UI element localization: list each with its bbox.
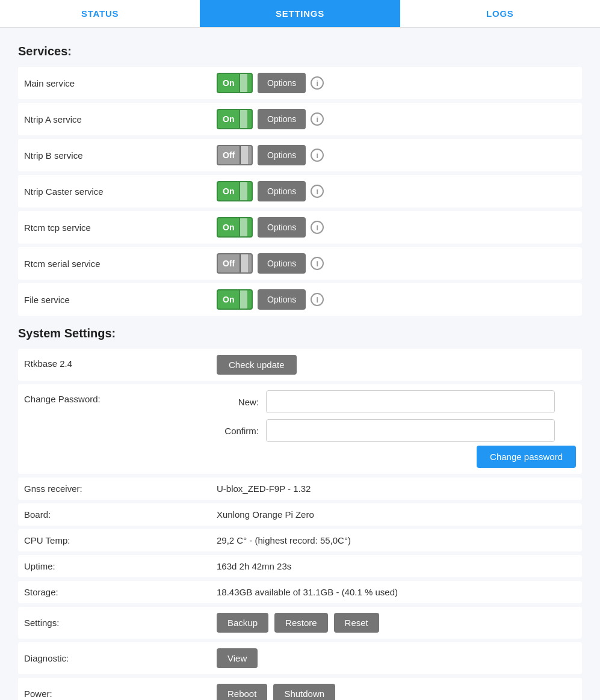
toggle-ntrip-caster-service[interactable]: On	[217, 181, 253, 201]
gnss-label: Gnss receiver:	[24, 484, 217, 494]
check-update-button[interactable]: Check update	[217, 355, 297, 375]
service-name-rtcm-serial-service: Rtcm serial service	[24, 259, 217, 269]
service-row-file-service: File service On Options i	[18, 283, 582, 316]
confirm-password-input[interactable]	[266, 419, 555, 442]
diagnostic-label: Diagnostic:	[24, 653, 217, 663]
main-content: Services: Main service On Options i Ntri…	[0, 28, 600, 700]
diagnostic-controls: View	[217, 648, 258, 668]
power-buttons: Reboot Shutdown	[217, 684, 335, 700]
options-btn-ntrip-caster-service[interactable]: Options	[258, 181, 306, 201]
settings-row: Settings: Backup Restore Reset	[18, 607, 582, 639]
tab-status[interactable]: STATUS	[0, 0, 200, 27]
toggle-label-file-service: On	[218, 295, 239, 304]
change-password-btn-row: Change password	[217, 446, 576, 468]
service-name-ntrip-caster-service: Ntrip Caster service	[24, 186, 217, 197]
tab-settings[interactable]: SETTINGS	[200, 0, 400, 27]
service-row-main-service: Main service On Options i	[18, 67, 582, 99]
service-controls-ntrip-caster-service: On Options i	[217, 181, 324, 201]
service-name-file-service: File service	[24, 295, 217, 305]
toggle-ntrip-b-service[interactable]: Off	[217, 145, 253, 165]
uptime-label: Uptime:	[24, 561, 217, 571]
restore-button[interactable]: Restore	[274, 613, 328, 633]
toggle-knob-rtcm-serial-service	[240, 253, 248, 274]
info-icon-rtcm-serial-service: i	[311, 257, 324, 270]
confirm-password-row: Confirm:	[217, 419, 576, 442]
service-controls-main-service: On Options i	[217, 73, 324, 93]
reboot-button[interactable]: Reboot	[217, 684, 267, 700]
change-password-button[interactable]: Change password	[477, 446, 576, 468]
settings-buttons: Backup Restore Reset	[217, 613, 379, 633]
toggle-knob-file-service	[239, 289, 247, 310]
cpu-value: 29,2 C° - (highest record: 55,0C°)	[217, 535, 351, 545]
rtkbase-controls: Check update	[217, 355, 576, 375]
password-group: New: Confirm:	[217, 390, 576, 442]
service-controls-file-service: On Options i	[217, 289, 324, 310]
cpu-row: CPU Temp: 29,2 C° - (highest record: 55,…	[18, 529, 582, 551]
info-icon-rtcm-tcp-service: i	[311, 221, 324, 234]
board-label: Board:	[24, 509, 217, 520]
shutdown-button[interactable]: Shutdown	[273, 684, 335, 700]
service-row-ntrip-a-service: Ntrip A service On Options i	[18, 103, 582, 135]
toggle-label-ntrip-b-service: Off	[218, 150, 240, 160]
cpu-label: CPU Temp:	[24, 535, 217, 545]
service-row-rtcm-tcp-service: Rtcm tcp service On Options i	[18, 211, 582, 244]
view-button[interactable]: View	[217, 648, 258, 668]
power-row: Power: Reboot Shutdown	[18, 678, 582, 700]
toggle-label-main-service: On	[218, 78, 239, 88]
storage-label: Storage:	[24, 587, 217, 597]
service-row-ntrip-caster-service: Ntrip Caster service On Options i	[18, 175, 582, 207]
info-icon-ntrip-caster-service: i	[311, 185, 324, 198]
service-controls-rtcm-tcp-service: On Options i	[217, 217, 324, 238]
reset-button[interactable]: Reset	[334, 613, 379, 633]
service-name-ntrip-b-service: Ntrip B service	[24, 150, 217, 161]
system-settings-title: System Settings:	[18, 327, 582, 340]
service-name-main-service: Main service	[24, 78, 217, 88]
info-icon-file-service: i	[311, 293, 324, 306]
toggle-knob-main-service	[239, 73, 247, 93]
options-btn-file-service[interactable]: Options	[258, 289, 306, 310]
toggle-rtcm-tcp-service[interactable]: On	[217, 217, 253, 238]
service-name-rtcm-tcp-service: Rtcm tcp service	[24, 223, 217, 233]
new-label: New:	[217, 397, 259, 407]
toggle-file-service[interactable]: On	[217, 289, 253, 310]
info-icon-ntrip-a-service: i	[311, 112, 324, 126]
board-value: Xunlong Orange Pi Zero	[217, 509, 314, 520]
gnss-row: Gnss receiver: U-blox_ZED-F9P - 1.32	[18, 477, 582, 500]
service-controls-ntrip-a-service: On Options i	[217, 109, 324, 129]
change-password-fields: New: Confirm: Change password	[217, 390, 576, 468]
change-password-top: Change Password: New: Confirm: Change pa…	[24, 390, 576, 468]
toggle-ntrip-a-service[interactable]: On	[217, 109, 253, 129]
services-title: Services:	[18, 45, 582, 58]
rtkbase-label: Rtkbase 2.4	[24, 355, 217, 369]
diagnostic-row: Diagnostic: View	[18, 642, 582, 674]
toggle-rtcm-serial-service[interactable]: Off	[217, 253, 253, 274]
tab-bar: STATUS SETTINGS LOGS	[0, 0, 600, 28]
tab-logs[interactable]: LOGS	[400, 0, 600, 27]
new-password-input[interactable]	[266, 390, 555, 413]
options-btn-main-service[interactable]: Options	[258, 73, 306, 93]
power-label: Power:	[24, 689, 217, 699]
info-icon-main-service: i	[311, 76, 324, 90]
options-btn-rtcm-serial-service[interactable]: Options	[258, 253, 306, 274]
service-row-ntrip-b-service: Ntrip B service Off Options i	[18, 139, 582, 171]
gnss-value: U-blox_ZED-F9P - 1.32	[217, 484, 311, 494]
service-controls-rtcm-serial-service: Off Options i	[217, 253, 324, 274]
backup-button[interactable]: Backup	[217, 613, 268, 633]
settings-label: Settings:	[24, 618, 217, 628]
toggle-knob-ntrip-caster-service	[239, 181, 247, 201]
toggle-knob-ntrip-a-service	[239, 109, 247, 129]
uptime-row: Uptime: 163d 2h 42mn 23s	[18, 555, 582, 577]
toggle-knob-rtcm-tcp-service	[239, 217, 247, 238]
options-btn-ntrip-a-service[interactable]: Options	[258, 109, 306, 129]
info-icon-ntrip-b-service: i	[311, 149, 324, 162]
uptime-value: 163d 2h 42mn 23s	[217, 561, 291, 571]
options-btn-ntrip-b-service[interactable]: Options	[258, 145, 306, 165]
toggle-main-service[interactable]: On	[217, 73, 253, 93]
rtkbase-row: Rtkbase 2.4 Check update	[18, 349, 582, 381]
change-password-label: Change Password:	[24, 390, 217, 404]
toggle-knob-ntrip-b-service	[240, 145, 248, 165]
options-btn-rtcm-tcp-service[interactable]: Options	[258, 217, 306, 238]
toggle-label-rtcm-tcp-service: On	[218, 223, 239, 232]
service-row-rtcm-serial-service: Rtcm serial service Off Options i	[18, 247, 582, 280]
confirm-label: Confirm:	[217, 426, 259, 436]
